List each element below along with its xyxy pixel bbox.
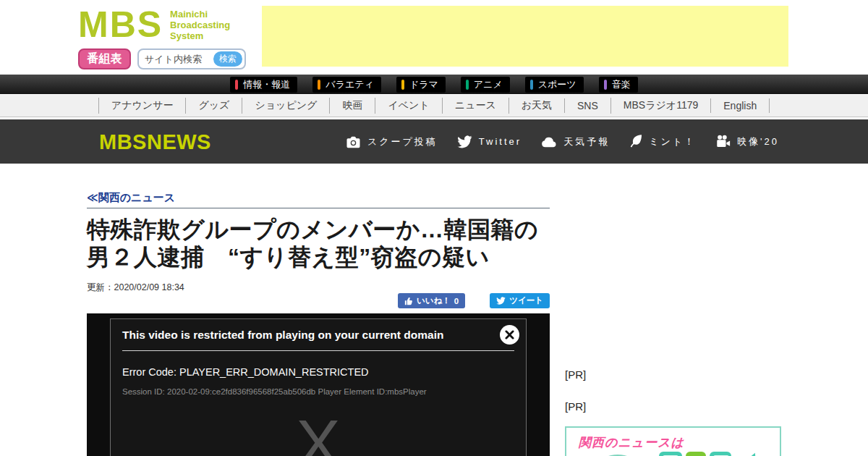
player-error-code: Error Code: PLAYER_ERR_DOMAIN_RESTRICTED [122, 366, 514, 378]
pr-label: [PR] [565, 400, 586, 413]
mbs-logo-subtitle: Mainichi Broadcasting System [170, 9, 230, 41]
close-icon [505, 330, 514, 339]
scoop-post-link[interactable]: スクープ投稿 [346, 135, 438, 148]
promo-banner-graphics [566, 452, 780, 456]
site-nav-event[interactable]: イベント [375, 98, 441, 114]
site-nav-movie[interactable]: 映画 [329, 98, 375, 114]
site-nav-english[interactable]: English [710, 98, 770, 113]
genre-color-bar [401, 80, 404, 90]
site-nav-weather[interactable]: お天気 [509, 98, 564, 114]
search-button[interactable]: 検索 [213, 51, 242, 67]
player-error-modal: This video is restricted from playing on… [110, 318, 527, 456]
genre-nav-label: ドラマ [409, 78, 438, 91]
weather-forecast-link[interactable]: 天気予報 [541, 135, 610, 148]
site-nav-news[interactable]: ニュース [442, 98, 509, 114]
like-count: 0 [454, 297, 459, 305]
site-nav: アナウンサー グッズ ショッピング 映画 イベント ニュース お天気 SNS M… [0, 95, 868, 117]
twitter-link[interactable]: Twitter [457, 135, 522, 148]
video-camera-icon [715, 135, 731, 148]
genre-nav-item-anime[interactable]: アニメ [461, 77, 510, 93]
mbs-news-logo[interactable]: MBSNEWS [99, 130, 211, 154]
site-search-box: 検索 [137, 48, 246, 69]
news-link-label: スクープ投稿 [367, 135, 438, 148]
genre-nav-item-sports[interactable]: スポーツ [525, 77, 584, 93]
promo-banner-title: 関西のニュースは [579, 434, 780, 451]
genre-color-bar [604, 80, 607, 90]
genre-nav-label: アニメ [474, 78, 503, 91]
logo-subtitle-line: Mainichi [170, 9, 230, 20]
social-share-row: いいね！ 0 ツイート [87, 293, 550, 308]
news-link-label: 映像'20 [737, 135, 779, 148]
site-nav-radio[interactable]: MBSラジオ1179 [610, 98, 710, 114]
news-link-label: Twitter [479, 136, 522, 147]
search-input[interactable] [139, 54, 213, 64]
cloud-icon [541, 136, 557, 148]
genre-color-bar [466, 80, 469, 90]
like-button-label: いいね！ [417, 295, 451, 306]
tweet-button-label: ツイート [509, 295, 543, 306]
genre-nav: 情報・報道 バラエティ ドラマ アニメ スポーツ 音楽 [0, 75, 868, 94]
genre-color-bar [530, 80, 533, 90]
error-modal-title: This video is restricted from playing on… [122, 326, 468, 344]
section-divider [87, 208, 550, 208]
logo-subtitle-line: System [170, 30, 230, 41]
kansai-news-breadcrumb[interactable]: ≪関西のニュース [87, 191, 175, 205]
facebook-like-button[interactable]: いいね！ 0 [398, 293, 465, 308]
mbs-logo-text: MBS [78, 6, 163, 43]
article-title: 特殊詐欺グループのメンバーか…韓国籍の男２人逮捕 “すり替え型”窃盗の疑い [87, 216, 557, 271]
player-session-id: Session ID: 2020-02-09:ce2fd836f96568f25… [122, 387, 514, 396]
video20-link[interactable]: 映像'20 [715, 135, 779, 148]
promo-shape [686, 452, 706, 456]
mbs-news-header-bar: MBSNEWS スクープ投稿 Twitter 天気予報 ミント！ 映像'20 [0, 119, 868, 164]
genre-nav-label: バラエティ [326, 78, 374, 91]
logo-subtitle-line: Broadcasting [170, 20, 230, 30]
pr-label: [PR] [565, 368, 586, 381]
news-link-label: ミント！ [649, 135, 696, 148]
mbs-logo[interactable]: MBS Mainichi Broadcasting System [78, 6, 230, 43]
article-updated-timestamp: 更新：2020/02/09 18:34 [87, 282, 184, 294]
genre-color-bar [235, 80, 238, 90]
genre-nav-item-drama[interactable]: ドラマ [396, 77, 446, 93]
news-bar-links: スクープ投稿 Twitter 天気予報 ミント！ 映像'20 [346, 119, 779, 164]
twitter-icon [496, 297, 506, 305]
ad-banner-placeholder[interactable] [262, 6, 788, 67]
camera-icon [346, 135, 361, 148]
program-schedule-button[interactable]: 番組表 [78, 48, 131, 69]
site-nav-announcer[interactable]: アナウンサー [98, 98, 186, 114]
video-player[interactable]: This video is restricted from playing on… [87, 313, 550, 456]
promo-shape [710, 452, 731, 456]
genre-nav-label: 情報・報道 [243, 78, 290, 91]
genre-color-bar [318, 80, 320, 90]
kansai-news-promo-banner[interactable]: 関西のニュースは [565, 426, 781, 456]
site-header: MBS Mainichi Broadcasting System 番組表 検索 [0, 0, 868, 75]
promo-shape [659, 452, 682, 456]
modal-close-button[interactable] [500, 325, 519, 345]
mint-program-link[interactable]: ミント！ [629, 134, 696, 150]
twitter-icon [457, 135, 472, 148]
genre-nav-label: 音楽 [612, 78, 631, 91]
mbs-news-page: MBS Mainichi Broadcasting System 番組表 検索 … [0, 0, 868, 456]
news-link-label: 天気予報 [563, 135, 610, 148]
player-error-watermark: X [111, 410, 526, 456]
genre-nav-item-variety[interactable]: バラエティ [312, 77, 381, 93]
modal-divider [122, 350, 514, 351]
tweet-button[interactable]: ツイート [490, 293, 550, 308]
site-nav-goods[interactable]: グッズ [185, 98, 242, 114]
genre-nav-label: スポーツ [538, 78, 576, 91]
genre-nav-item-houdou[interactable]: 情報・報道 [230, 77, 297, 93]
site-nav-shopping[interactable]: ショッピング [242, 98, 329, 114]
thumbs-up-icon [404, 297, 413, 305]
genre-nav-item-music[interactable]: 音楽 [599, 77, 638, 93]
leaf-icon [629, 134, 642, 150]
site-nav-sns[interactable]: SNS [564, 98, 610, 113]
